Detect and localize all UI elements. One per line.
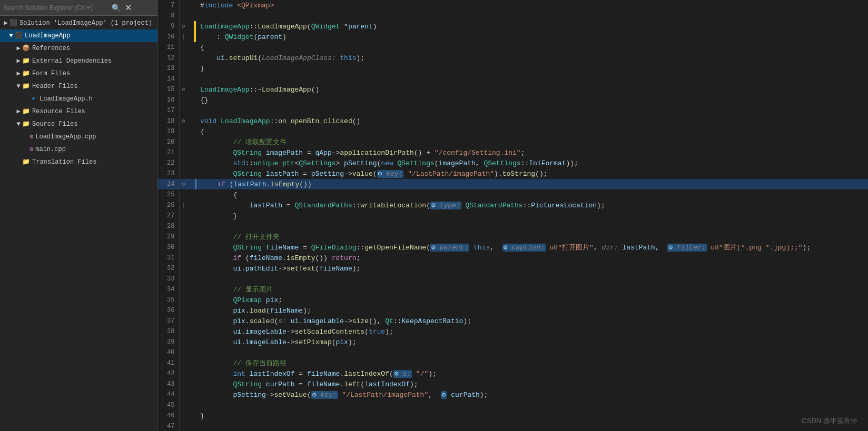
code-content: // 打开文件夹 — [196, 232, 868, 242]
code-content: if (fileName.isEmpty()) return; — [196, 253, 868, 263]
collapse-gutter — [179, 368, 188, 379]
line-number: 28 — [158, 221, 179, 232]
collapse-gutter — [179, 147, 188, 158]
solution-item[interactable]: ▶ ⬛ Solution 'LoadImageApp' (1 project) — [0, 17, 157, 29]
references-label: References — [32, 43, 70, 54]
collapse-gutter — [179, 284, 188, 295]
main-cpp-item[interactable]: ▶ ⚙ main.cpp — [0, 143, 157, 156]
code-container[interactable]: 7 #include <QPixmap> 8 9 ⊖ — [158, 0, 868, 431]
bp-gutter — [188, 105, 194, 116]
table-row: 29 // 打开文件夹 — [158, 232, 868, 242]
loadimageapp-h-item[interactable]: ▶ 🔹 LoadImageApp.h — [0, 93, 157, 105]
line-number: 46 — [158, 410, 179, 421]
line-number: 38 — [158, 326, 179, 337]
collapse-gutter — [179, 232, 188, 242]
code-content: std::unique_ptr<QSettings> pSetting(new … — [196, 158, 868, 168]
table-row: 21 QString imagePath = qApp->application… — [158, 147, 868, 158]
code-content — [196, 221, 868, 232]
table-row: 15 ⊖ LoadImageApp::~LoadImageApp() — [158, 84, 868, 95]
bp-gutter — [188, 42, 194, 53]
table-row: 40 — [158, 347, 868, 358]
bp-gutter — [188, 284, 194, 295]
code-content — [196, 421, 868, 431]
table-row: 42 int lastIndexOf = fileName.lastIndexO… — [158, 368, 868, 379]
bp-gutter — [188, 326, 194, 337]
collapse-gutter — [179, 42, 188, 53]
collapse-icon[interactable]: ⊖ — [182, 87, 185, 93]
code-content: { — [196, 126, 868, 137]
translation-files-item[interactable]: ▶ 📁 Translation Files — [0, 156, 157, 168]
code-content: LoadImageApp::LoadImageApp(QWidget *pare… — [196, 21, 868, 32]
line-number: 39 — [158, 337, 179, 347]
loadimageapp-cpp-item[interactable]: ▶ ⚙ LoadImageApp.cpp — [0, 131, 157, 143]
code-table: 7 #include <QPixmap> 8 9 ⊖ — [158, 0, 868, 431]
search-button[interactable]: 🔍 — [111, 3, 122, 13]
bp-gutter — [188, 305, 194, 316]
bp-gutter — [188, 379, 194, 389]
collapse-gutter — [179, 274, 188, 284]
external-deps-item[interactable]: ▶ 📁 External Dependencies — [0, 55, 157, 67]
source-files-label: Source Files — [32, 119, 77, 129]
line-number: 34 — [158, 284, 179, 295]
code-content: QString lastPath = pSetting->value(⚙ key… — [196, 168, 868, 179]
collapse-gutter — [179, 0, 188, 11]
code-content: } — [196, 410, 868, 421]
table-row: 13 } — [158, 63, 868, 74]
form-files-item[interactable]: ▶ 📁 Form Files — [0, 67, 157, 80]
project-item[interactable]: ▼ ⬛ LoadImageApp — [0, 29, 157, 42]
table-row: 11 { — [158, 42, 868, 53]
collapse-gutter — [179, 95, 188, 105]
line-number: 26 — [158, 200, 179, 211]
search-input[interactable] — [3, 4, 108, 12]
table-row: 35 QPixmap pix; — [158, 295, 868, 305]
collapse-gutter — [179, 11, 188, 21]
bp-gutter — [188, 347, 194, 358]
collapse-icon[interactable]: ⊖ — [182, 182, 185, 187]
source-files-item[interactable]: ▼ 📁 Source Files — [0, 118, 157, 131]
bp-gutter — [188, 179, 194, 189]
bp-gutter — [188, 242, 194, 253]
project-arrow: ▼ — [7, 31, 15, 41]
collapse-icon[interactable]: ⊖ — [182, 24, 185, 29]
code-content: LoadImageApp::~LoadImageApp() — [196, 84, 868, 95]
collapse-icon[interactable]: ⊖ — [182, 118, 185, 124]
collapse-gutter — [179, 126, 188, 137]
table-row: 23 QString lastPath = pSetting->value(⚙ … — [158, 168, 868, 179]
table-row: 27 } — [158, 211, 868, 221]
collapse-gutter — [179, 211, 188, 221]
code-content — [196, 400, 868, 410]
collapse-gutter — [179, 421, 188, 431]
header-files-arrow: ▼ — [15, 81, 22, 92]
collapse-gutter: │ — [179, 32, 188, 42]
table-row: 17 — [158, 105, 868, 116]
resource-files-item[interactable]: ▶ 📁 Resource Files — [0, 105, 157, 118]
line-number: 33 — [158, 274, 179, 284]
code-content — [196, 274, 868, 284]
line-number: 19 — [158, 126, 179, 137]
code-content: QPixmap pix; — [196, 295, 868, 305]
references-item[interactable]: ▶ 📦 References — [0, 42, 157, 55]
collapse-gutter: ⊖ — [179, 84, 188, 95]
bp-gutter — [188, 11, 194, 21]
loadimageapp-h-label: LoadImageApp.h — [40, 94, 93, 104]
code-content — [196, 347, 868, 358]
code-content: // 保存当前路径 — [196, 358, 868, 368]
bp-gutter — [188, 32, 194, 42]
header-files-item[interactable]: ▼ 📁 Header Files — [0, 80, 157, 93]
bp-gutter — [188, 410, 194, 421]
references-icon: 📦 — [22, 43, 30, 54]
collapse-gutter — [179, 221, 188, 232]
main-cpp-icon: ⚙ — [29, 144, 33, 155]
bp-gutter — [188, 389, 194, 400]
table-row: 41 // 保存当前路径 — [158, 358, 868, 368]
table-row: 32 ui.pathEdit->setText(fileName); — [158, 263, 868, 274]
code-content: pSetting->setValue(⚙ key: "/LastPath/ima… — [196, 389, 868, 400]
code-content: } — [196, 63, 868, 74]
collapse-gutter — [179, 74, 188, 84]
close-button[interactable]: ✕ — [124, 2, 133, 14]
code-content: ui.pathEdit->setText(fileName); — [196, 263, 868, 274]
code-content: QString curPath = fileName.left(lastInde… — [196, 379, 868, 389]
table-row: 20 // 读取配置文件 — [158, 137, 868, 147]
line-number: 40 — [158, 347, 179, 358]
resource-files-icon: 📁 — [22, 106, 30, 117]
